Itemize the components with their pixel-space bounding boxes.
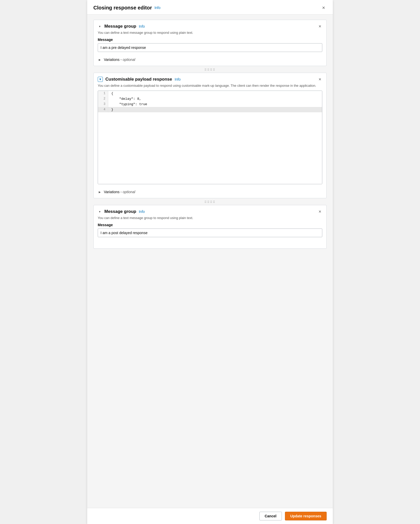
payload-info-link[interactable]: Info [175, 77, 181, 81]
line-content-4: } [108, 107, 322, 112]
message-group-card-1: ▼ Message group Info × You can define a … [93, 20, 327, 66]
payload-variations-arrow: ▶ [98, 190, 102, 194]
card-3-close-button[interactable]: × [317, 209, 322, 214]
line-content-3: "typing": true [108, 102, 322, 107]
card-3-header-left: ▼ Message group Info [98, 209, 145, 214]
card-1-collapse-arrow[interactable]: ▼ [98, 24, 102, 28]
card-1-field-label: Message [98, 38, 322, 42]
modal-header: Closing response editor Info × [87, 0, 333, 15]
card-1-field: Message [94, 38, 326, 55]
card-1-close-button[interactable]: × [317, 24, 322, 29]
payload-variations-label: Variations - optional [104, 190, 135, 194]
payload-variations-section[interactable]: ▶ Variations - optional [94, 187, 326, 198]
card-1-header-left: ▼ Message group Info [98, 24, 145, 29]
payload-card-header: ▼ Customisable payload response Info × [94, 73, 326, 82]
payload-description: You can define a customisable payload to… [94, 82, 326, 91]
card-1-message-input[interactable] [98, 43, 322, 52]
line-num-3: 3 [98, 102, 108, 107]
modal-body: ▼ Message group Info × You can define a … [87, 15, 333, 508]
payload-card: ▼ Customisable payload response Info × Y… [93, 73, 327, 198]
payload-close-button[interactable]: × [317, 77, 322, 82]
drag-handle-1: ⠿⠿⠿⠿ [93, 66, 327, 73]
card-1-header: ▼ Message group Info × [94, 20, 326, 29]
card-1-description: You can define a text message group to r… [94, 29, 326, 38]
card-1-variations-label: Variations - optional [104, 58, 135, 62]
card-1-variations-section[interactable]: ▶ Variations - optional [94, 55, 326, 66]
card-3-field: Message [94, 223, 326, 240]
payload-variations-optional: optional [123, 190, 135, 194]
code-line-4: 4 } [98, 107, 322, 112]
card-3-title: Message group [104, 209, 136, 214]
code-line-3: 3 "typing": true [98, 102, 322, 107]
cancel-button[interactable]: Cancel [259, 512, 282, 520]
card-3-header: ▼ Message group Info × [94, 205, 326, 214]
card-3-message-input[interactable] [98, 228, 322, 237]
modal-footer: Cancel Update responses [87, 508, 333, 524]
payload-card-header-left: ▼ Customisable payload response Info [98, 77, 181, 82]
card-1-title: Message group [104, 24, 136, 29]
payload-collapse-arrow[interactable]: ▼ [98, 77, 103, 82]
modal-title: Closing response editor [93, 5, 152, 11]
payload-code-editor[interactable]: 1 { 2 "delay": 8, 3 "typing": true 4 } [98, 91, 322, 184]
card-1-variations-arrow: ▶ [98, 58, 102, 62]
line-num-2: 2 [98, 96, 108, 102]
card-1-variations-optional: optional [123, 58, 135, 62]
code-line-2: 2 "delay": 8, [98, 96, 322, 102]
line-content-2: "delay": 8, [108, 96, 322, 102]
card-3-collapse-arrow[interactable]: ▼ [98, 210, 102, 214]
card-1-info-link[interactable]: Info [139, 24, 145, 28]
card-3-info-link[interactable]: Info [139, 210, 145, 214]
update-responses-button[interactable]: Update responses [285, 512, 327, 520]
modal-header-left: Closing response editor Info [93, 5, 160, 11]
drag-handle-icon-1[interactable]: ⠿⠿⠿⠿ [204, 68, 216, 72]
message-group-card-2: ▼ Message group Info × You can define a … [93, 205, 327, 249]
modal-close-button[interactable]: × [320, 5, 327, 11]
line-num-4: 4 [98, 107, 108, 112]
line-content-1: { [108, 91, 322, 96]
closing-response-editor-modal: Closing response editor Info × ▼ Message… [87, 0, 333, 524]
payload-card-title: Customisable payload response [105, 77, 172, 82]
drag-handle-2: ⠿⠿⠿⠿ [93, 198, 327, 205]
modal-info-link[interactable]: Info [154, 6, 160, 10]
card-3-description: You can define a text message group to r… [94, 214, 326, 223]
card-3-field-label: Message [98, 223, 322, 227]
drag-handle-icon-2[interactable]: ⠿⠿⠿⠿ [204, 200, 216, 204]
code-line-1: 1 { [98, 91, 322, 96]
line-num-1: 1 [98, 91, 108, 96]
code-editor-spacer [98, 112, 322, 184]
